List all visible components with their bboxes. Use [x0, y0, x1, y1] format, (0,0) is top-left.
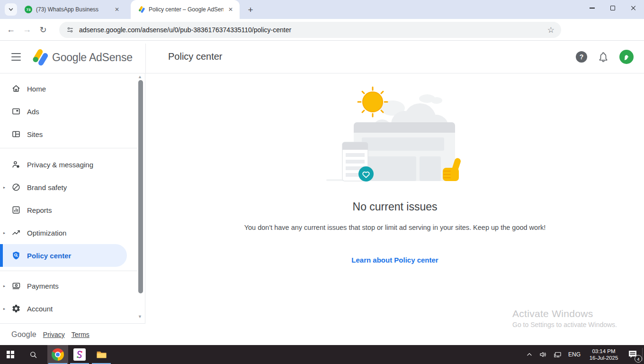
address-bar[interactable]: adsense.google.com/adsense/u/0/pub-38361… — [59, 22, 561, 38]
learn-about-policy-center-link[interactable]: Learn about Policy center — [146, 256, 644, 264]
sidebar-item-label: Policy center — [27, 252, 71, 260]
sun — [358, 87, 387, 117]
search-icon — [29, 351, 37, 359]
sidebar-footer: Google Privacy Terms — [0, 323, 145, 345]
sidebar-item-account[interactable]: ▸ Account — [0, 297, 127, 320]
windows-taskbar: ENG 03:14 PM 16-Jul-2025 4 — [0, 345, 644, 364]
expand-caret-icon[interactable]: ▸ — [3, 185, 5, 190]
sidebar-nav: Home Ads Sites Privacy & messaging ▸ Bra… — [0, 73, 145, 345]
no-issues-illustration — [322, 85, 468, 185]
sidebar-divider — [0, 148, 137, 148]
notifications-bell-icon[interactable] — [598, 51, 609, 63]
taskbar-clock[interactable]: 03:14 PM 16-Jul-2025 — [587, 348, 621, 361]
expand-caret-icon[interactable]: ▸ — [3, 307, 5, 311]
bird-icon — [622, 53, 631, 62]
taskbar-time: 03:14 PM — [587, 348, 621, 355]
sidebar-item-label: Account — [27, 305, 53, 313]
tab-title: (73) WhatsApp Business — [36, 6, 110, 13]
app-icon — [73, 348, 86, 361]
optimization-icon — [11, 228, 21, 237]
product-name: Google AdSense — [52, 51, 133, 64]
sidebar-scrollbar[interactable] — [138, 80, 143, 293]
taskbar-chrome-button[interactable] — [47, 345, 68, 364]
taskbar-search-button[interactable] — [23, 345, 44, 364]
system-tray: ENG 03:14 PM 16-Jul-2025 4 — [526, 345, 639, 364]
tab-adsense[interactable]: Policy center – Google AdSense ✕ — [131, 0, 240, 19]
sidebar-item-ads[interactable]: Ads — [0, 100, 127, 123]
adsense-favicon — [137, 6, 145, 13]
header-divider — [145, 44, 146, 73]
adsense-logo-icon — [29, 48, 48, 67]
terms-link[interactable]: Terms — [72, 331, 89, 338]
show-desktop-button[interactable] — [642, 348, 643, 361]
help-button[interactable]: ? — [576, 51, 587, 63]
menu-hamburger-button[interactable] — [11, 53, 21, 61]
sidebar-item-payments[interactable]: ▸ Payments — [0, 274, 127, 297]
sites-icon — [11, 129, 21, 139]
sidebar-item-label: Home — [27, 85, 46, 93]
sidebar-scroll-down-icon[interactable]: ▼ — [138, 314, 142, 319]
sidebar-item-label: Brand safety — [27, 183, 67, 191]
back-button[interactable]: ← — [3, 25, 19, 35]
activate-windows-watermark: Activate Windows Go to Settings to activ… — [512, 308, 617, 328]
action-center-button[interactable]: 4 — [627, 348, 639, 361]
tab-close-icon[interactable]: ✕ — [226, 5, 235, 14]
sidebar-item-optimization[interactable]: ▸ Optimization — [0, 221, 127, 244]
payments-icon — [11, 281, 21, 291]
sidebar-item-policy-center[interactable]: Policy center — [0, 244, 127, 267]
google-footer-logo: Google — [11, 330, 36, 339]
bookmark-star-icon[interactable]: ☆ — [547, 25, 555, 35]
tab-close-icon[interactable]: ✕ — [113, 5, 121, 14]
sidebar-item-label: Reports — [27, 206, 52, 214]
privacy-messaging-icon — [11, 160, 21, 169]
sidebar-item-sites[interactable]: Sites — [0, 123, 127, 146]
page-title: Policy center — [168, 51, 223, 62]
start-button[interactable] — [0, 345, 21, 364]
home-icon — [11, 84, 21, 93]
window-controls — [581, 0, 644, 16]
watermark-line1: Activate Windows — [512, 308, 617, 319]
sidebar-item-label: Optimization — [27, 229, 66, 237]
account-avatar[interactable] — [619, 50, 634, 64]
close-button[interactable] — [623, 0, 644, 16]
sidebar-item-label: Payments — [27, 282, 59, 290]
language-indicator[interactable]: ENG — [568, 351, 581, 358]
tab-title: Policy center – Google AdSense — [149, 6, 224, 13]
taskbar-file-explorer-button[interactable] — [91, 345, 112, 364]
tray-chevron-up-icon[interactable] — [526, 351, 533, 358]
empty-state-title: No current issues — [146, 200, 644, 213]
volume-icon[interactable] — [539, 350, 547, 359]
new-tab-button[interactable]: + — [244, 4, 257, 16]
ads-icon — [11, 107, 21, 116]
sidebar-item-reports[interactable]: Reports — [0, 199, 127, 221]
screen: 73 (73) WhatsApp Business ✕ Policy cente… — [0, 0, 644, 364]
policy-center-icon — [11, 251, 21, 260]
maximize-button[interactable] — [602, 0, 623, 16]
empty-state-description: You don't have any current issues that s… — [146, 224, 644, 231]
sidebar-item-home[interactable]: Home — [0, 77, 127, 100]
sidebar-item-label: Privacy & messaging — [27, 161, 93, 169]
chrome-icon — [52, 348, 64, 361]
url-text[interactable]: adsense.google.com/adsense/u/0/pub-38361… — [79, 26, 544, 34]
sidebar-scroll-up-icon[interactable]: ▲ — [138, 74, 142, 79]
heart-badge — [358, 166, 374, 182]
network-icon[interactable] — [554, 350, 562, 359]
adsense-logo[interactable]: Google AdSense — [29, 48, 133, 67]
taskbar-app-button[interactable] — [69, 345, 90, 364]
browser-toolbar: ← → ↻ adsense.google.com/adsense/u/0/pub… — [0, 19, 644, 41]
minimize-button[interactable] — [581, 0, 602, 16]
tab-whatsapp[interactable]: 73 (73) WhatsApp Business ✕ — [18, 0, 126, 19]
chevron-down-icon — [8, 7, 14, 12]
tab-search-button[interactable] — [5, 3, 17, 16]
taskbar-date: 16-Jul-2025 — [587, 355, 621, 361]
forward-button[interactable]: → — [19, 25, 35, 35]
privacy-link[interactable]: Privacy — [43, 331, 65, 338]
browser-tabstrip: 73 (73) WhatsApp Business ✕ Policy cente… — [0, 0, 644, 19]
expand-caret-icon[interactable]: ▸ — [3, 231, 5, 235]
sidebar-item-privacy-messaging[interactable]: Privacy & messaging — [0, 153, 127, 176]
sidebar-item-label: Ads — [27, 108, 39, 116]
sidebar-item-brand-safety[interactable]: ▸ Brand safety — [0, 176, 127, 199]
reload-button[interactable]: ↻ — [35, 25, 51, 35]
expand-caret-icon[interactable]: ▸ — [3, 284, 5, 288]
site-info-icon[interactable] — [66, 26, 74, 34]
